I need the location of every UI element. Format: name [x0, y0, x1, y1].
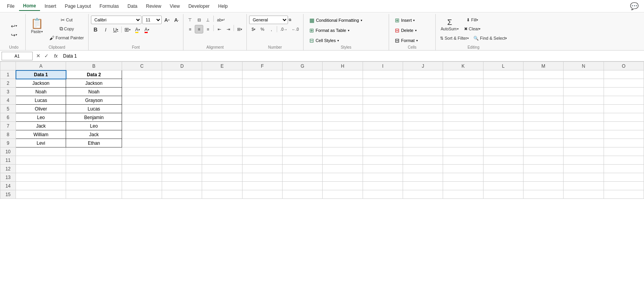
cell-F14[interactable]: [242, 182, 282, 190]
cell-A9[interactable]: Levi: [16, 139, 66, 147]
font-color-button[interactable]: A. ▾: [143, 25, 151, 34]
cell-K12[interactable]: [443, 165, 483, 173]
cell-J7[interactable]: [403, 122, 443, 130]
cell-F4[interactable]: [242, 96, 282, 105]
cell-G8[interactable]: [283, 130, 323, 139]
cell-H11[interactable]: [323, 156, 363, 165]
cell-L5[interactable]: [483, 105, 523, 113]
decrease-indent-button[interactable]: ⇤: [215, 25, 223, 33]
cell-A15[interactable]: [16, 190, 66, 199]
cell-O14[interactable]: [604, 182, 644, 190]
cell-D3[interactable]: [162, 88, 202, 96]
cell-E10[interactable]: [202, 147, 242, 156]
col-header-b[interactable]: B: [66, 62, 122, 70]
row-num-8[interactable]: 8: [0, 130, 16, 139]
cell-N1[interactable]: [564, 70, 604, 79]
cell-M2[interactable]: [523, 79, 563, 88]
cell-B1[interactable]: Data 2: [66, 70, 122, 79]
align-right-button[interactable]: ≡: [204, 25, 212, 33]
tab-review[interactable]: Review: [142, 2, 165, 11]
sort-filter-button[interactable]: ⇅ Sort & Filter ▾: [438, 34, 471, 42]
cell-B13[interactable]: [66, 173, 122, 182]
cell-F15[interactable]: [242, 190, 282, 199]
col-header-l[interactable]: L: [483, 62, 523, 70]
redo-button[interactable]: ↪ ▾: [8, 31, 20, 39]
cell-H15[interactable]: [323, 190, 363, 199]
cell-J14[interactable]: [403, 182, 443, 190]
cell-G13[interactable]: [283, 173, 323, 182]
row-num-13[interactable]: 13: [0, 173, 16, 182]
tab-help[interactable]: Help: [214, 2, 232, 11]
cell-E9[interactable]: [202, 139, 242, 147]
cell-L2[interactable]: [483, 79, 523, 88]
cell-M1[interactable]: [523, 70, 563, 79]
cell-N3[interactable]: [564, 88, 604, 96]
cell-D8[interactable]: [162, 130, 202, 139]
col-header-n[interactable]: N: [564, 62, 604, 70]
delete-cells-button[interactable]: ⊟ Delete ▾: [391, 26, 420, 35]
paste-button[interactable]: 📋 Paste ▾: [28, 16, 46, 36]
cell-L12[interactable]: [483, 165, 523, 173]
cell-B3[interactable]: Noah: [66, 88, 122, 96]
cell-K15[interactable]: [443, 190, 483, 199]
cell-A4[interactable]: Lucas: [16, 96, 66, 105]
cell-J2[interactable]: [403, 79, 443, 88]
cell-B11[interactable]: [66, 156, 122, 165]
underline-button[interactable]: U ▾: [111, 25, 120, 34]
cell-H14[interactable]: [323, 182, 363, 190]
cell-I15[interactable]: [363, 190, 403, 199]
insert-cells-button[interactable]: ⊞ Insert ▾: [391, 16, 419, 25]
cell-D6[interactable]: [162, 113, 202, 122]
cell-C12[interactable]: [122, 165, 162, 173]
cell-O3[interactable]: [604, 88, 644, 96]
cell-O9[interactable]: [604, 139, 644, 147]
confirm-formula-button[interactable]: ✓: [42, 52, 50, 60]
cell-E15[interactable]: [202, 190, 242, 199]
number-format-select[interactable]: General: [249, 16, 288, 24]
col-header-c[interactable]: C: [122, 62, 162, 70]
merge-cells-button[interactable]: ⊞ ▾: [235, 25, 244, 33]
cell-O15[interactable]: [604, 190, 644, 199]
tab-view[interactable]: View: [166, 2, 184, 11]
cell-I9[interactable]: [363, 139, 403, 147]
cell-A11[interactable]: [16, 156, 66, 165]
cell-I2[interactable]: [363, 79, 403, 88]
cell-G9[interactable]: [283, 139, 323, 147]
format-painter-button[interactable]: 🖌 Format Painter: [47, 33, 86, 42]
find-select-button[interactable]: 🔍 Find & Select ▾: [471, 34, 509, 42]
cell-N2[interactable]: [564, 79, 604, 88]
cell-C8[interactable]: [122, 130, 162, 139]
cell-L4[interactable]: [483, 96, 523, 105]
cell-A10[interactable]: [16, 147, 66, 156]
cell-B10[interactable]: [66, 147, 122, 156]
cell-K14[interactable]: [443, 182, 483, 190]
cell-K1[interactable]: [443, 70, 483, 79]
font-name-select[interactable]: Calibri: [91, 16, 141, 24]
cell-M15[interactable]: [523, 190, 563, 199]
cell-H4[interactable]: [323, 96, 363, 105]
cell-J5[interactable]: [403, 105, 443, 113]
cell-H5[interactable]: [323, 105, 363, 113]
cell-F11[interactable]: [242, 156, 282, 165]
cell-D1[interactable]: [162, 70, 202, 79]
cell-I7[interactable]: [363, 122, 403, 130]
cell-E13[interactable]: [202, 173, 242, 182]
cell-O5[interactable]: [604, 105, 644, 113]
cell-J4[interactable]: [403, 96, 443, 105]
cell-B6[interactable]: Benjamin: [66, 113, 122, 122]
cell-E8[interactable]: [202, 130, 242, 139]
cell-M4[interactable]: [523, 96, 563, 105]
cell-C4[interactable]: [122, 96, 162, 105]
cell-H6[interactable]: [323, 113, 363, 122]
cell-D7[interactable]: [162, 122, 202, 130]
cell-J9[interactable]: [403, 139, 443, 147]
cell-O8[interactable]: [604, 130, 644, 139]
row-num-7[interactable]: 7: [0, 122, 16, 130]
cell-D14[interactable]: [162, 182, 202, 190]
cell-B9[interactable]: Ethan: [66, 139, 122, 147]
col-header-f[interactable]: F: [242, 62, 282, 70]
align-bottom-button[interactable]: ⊥: [204, 16, 212, 24]
cell-F8[interactable]: [242, 130, 282, 139]
cell-N7[interactable]: [564, 122, 604, 130]
tab-developer[interactable]: Developer: [185, 2, 214, 11]
